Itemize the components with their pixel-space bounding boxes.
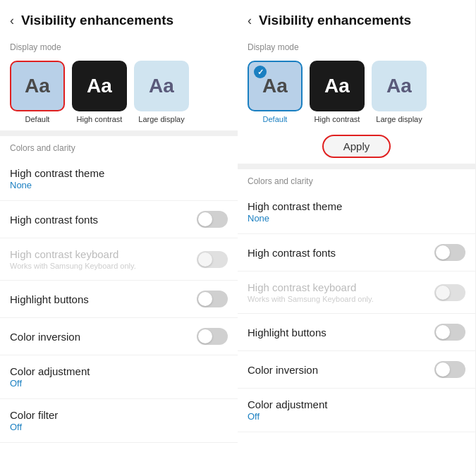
- left-item-color-inversion-label: Color inversion: [10, 331, 80, 343]
- left-item-high-contrast-keyboard-text: High contrast keyboard Works with Samsun…: [10, 248, 136, 270]
- left-mode-default-label: Default: [25, 115, 50, 123]
- right-item-high-contrast-keyboard: High contrast keyboard Works with Samsun…: [238, 271, 475, 314]
- left-display-mode-label: Display mode: [0, 35, 238, 56]
- left-item-highlight-buttons-label: Highlight buttons: [10, 293, 89, 305]
- left-toggle-highlight-buttons[interactable]: [197, 291, 228, 307]
- left-settings-list: High contrast theme None High contrast f…: [0, 157, 238, 476]
- right-settings-list: High contrast theme None High contrast f…: [238, 190, 475, 476]
- right-toggle-color-inversion[interactable]: [434, 361, 465, 378]
- left-item-high-contrast-keyboard-label: High contrast keyboard: [10, 248, 136, 260]
- right-header: ‹ Visibility enhancements: [238, 0, 475, 35]
- right-item-color-adjustment[interactable]: Color adjustment Off: [238, 389, 475, 432]
- right-toggle-high-contrast-fonts[interactable]: [434, 244, 465, 261]
- left-mode-high-contrast[interactable]: Aa High contrast: [72, 61, 127, 123]
- right-mode-default-label: Default: [263, 115, 288, 123]
- left-item-high-contrast-theme-text: High contrast theme None: [10, 167, 104, 190]
- left-item-color-adjustment[interactable]: Color adjustment Off: [0, 355, 238, 399]
- right-mode-high-contrast-box: Aa: [310, 61, 365, 111]
- left-item-high-contrast-fonts-text: High contrast fonts: [10, 214, 98, 226]
- right-item-highlight-buttons-label: Highlight buttons: [248, 327, 327, 338]
- left-mode-large-display-box: Aa: [134, 61, 189, 111]
- right-colors-clarity-label: Colors and clarity: [238, 169, 475, 190]
- left-divider: [0, 130, 238, 136]
- right-mode-high-contrast-label: High contrast: [315, 115, 360, 123]
- right-item-color-adjustment-label: Color adjustment: [248, 398, 327, 410]
- left-item-highlight-buttons-text: Highlight buttons: [10, 293, 89, 305]
- right-item-high-contrast-fonts-text: High contrast fonts: [248, 247, 336, 259]
- left-item-color-filter-text: Color filter Off: [10, 409, 58, 432]
- left-item-highlight-buttons[interactable]: Highlight buttons: [0, 281, 238, 318]
- right-mode-default[interactable]: Aa Default: [248, 61, 303, 123]
- right-toggle-highlight-buttons[interactable]: [434, 324, 465, 341]
- left-item-high-contrast-theme-label: High contrast theme: [10, 167, 104, 179]
- left-item-high-contrast-theme-value: None: [10, 180, 104, 190]
- right-item-color-inversion-text: Color inversion: [248, 364, 318, 376]
- right-mode-large-display-label: Large display: [376, 115, 422, 123]
- left-item-color-inversion[interactable]: Color inversion: [0, 318, 238, 355]
- left-item-color-adjustment-text: Color adjustment Off: [10, 365, 90, 389]
- right-mode-high-contrast[interactable]: Aa High contrast: [310, 61, 365, 123]
- right-toggle-high-contrast-keyboard: [434, 284, 465, 301]
- right-item-high-contrast-keyboard-text: High contrast keyboard Works with Samsun…: [248, 281, 374, 303]
- right-display-mode-row: Aa Default Aa High contrast Aa Large dis…: [238, 56, 475, 130]
- left-mode-high-contrast-box: Aa: [72, 61, 127, 111]
- right-item-color-adjustment-value: Off: [248, 411, 327, 422]
- left-item-color-adjustment-label: Color adjustment: [10, 365, 90, 377]
- right-item-high-contrast-theme-value: None: [248, 213, 342, 224]
- left-mode-large-display[interactable]: Aa Large display: [134, 61, 189, 123]
- left-item-color-inversion-text: Color inversion: [10, 331, 80, 343]
- right-back-button[interactable]: ‹: [248, 13, 252, 28]
- left-panel: ‹ Visibility enhancements Display mode A…: [0, 0, 238, 476]
- right-item-high-contrast-theme[interactable]: High contrast theme None: [238, 190, 475, 234]
- left-item-high-contrast-theme[interactable]: High contrast theme None: [0, 157, 238, 201]
- right-item-highlight-buttons[interactable]: Highlight buttons: [238, 314, 475, 351]
- left-page-title: Visibility enhancements: [21, 13, 173, 28]
- right-mode-default-box: Aa: [248, 61, 303, 111]
- left-item-color-filter-label: Color filter: [10, 409, 58, 421]
- right-divider: [238, 164, 475, 169]
- right-item-color-inversion[interactable]: Color inversion: [238, 351, 475, 389]
- left-mode-high-contrast-label: High contrast: [77, 115, 123, 123]
- left-item-color-filter-value: Off: [10, 422, 58, 432]
- apply-button[interactable]: Apply: [322, 135, 391, 158]
- left-toggle-high-contrast-fonts[interactable]: [197, 211, 228, 228]
- right-panel: ‹ Visibility enhancements Display mode A…: [238, 0, 475, 476]
- right-item-high-contrast-fonts-label: High contrast fonts: [248, 247, 336, 259]
- left-mode-default-box: Aa: [10, 61, 65, 111]
- right-item-high-contrast-keyboard-label: High contrast keyboard: [248, 281, 374, 293]
- left-item-high-contrast-keyboard-sub: Works with Samsung Keyboard only.: [10, 262, 136, 270]
- right-item-high-contrast-fonts[interactable]: High contrast fonts: [238, 234, 475, 271]
- left-header: ‹ Visibility enhancements: [0, 0, 238, 35]
- right-apply-row: Apply: [238, 130, 475, 164]
- right-item-color-inversion-label: Color inversion: [248, 364, 318, 376]
- right-mode-default-checkmark: [254, 66, 267, 78]
- left-display-mode-row: Aa Default Aa High contrast Aa Large dis…: [0, 56, 238, 130]
- right-item-high-contrast-theme-text: High contrast theme None: [248, 200, 342, 224]
- left-item-color-filter[interactable]: Color filter Off: [0, 399, 238, 443]
- right-item-color-adjustment-text: Color adjustment Off: [248, 398, 327, 422]
- right-item-highlight-buttons-text: Highlight buttons: [248, 327, 327, 338]
- right-mode-large-display-box: Aa: [372, 61, 427, 111]
- left-toggle-color-inversion[interactable]: [197, 328, 228, 345]
- left-colors-clarity-label: Colors and clarity: [0, 136, 238, 157]
- left-item-color-adjustment-value: Off: [10, 378, 90, 389]
- right-page-title: Visibility enhancements: [259, 13, 411, 28]
- right-display-mode-label: Display mode: [238, 35, 475, 56]
- right-item-high-contrast-keyboard-sub: Works with Samsung Keyboard only.: [248, 295, 374, 303]
- left-item-high-contrast-fonts-label: High contrast fonts: [10, 214, 98, 226]
- left-toggle-high-contrast-keyboard: [197, 251, 228, 268]
- left-back-button[interactable]: ‹: [10, 13, 14, 28]
- left-mode-default[interactable]: Aa Default: [10, 61, 65, 123]
- left-mode-large-display-label: Large display: [138, 115, 184, 123]
- right-mode-large-display[interactable]: Aa Large display: [372, 61, 427, 123]
- right-item-high-contrast-theme-label: High contrast theme: [248, 200, 342, 212]
- left-item-high-contrast-keyboard: High contrast keyboard Works with Samsun…: [0, 238, 238, 281]
- left-item-high-contrast-fonts[interactable]: High contrast fonts: [0, 201, 238, 238]
